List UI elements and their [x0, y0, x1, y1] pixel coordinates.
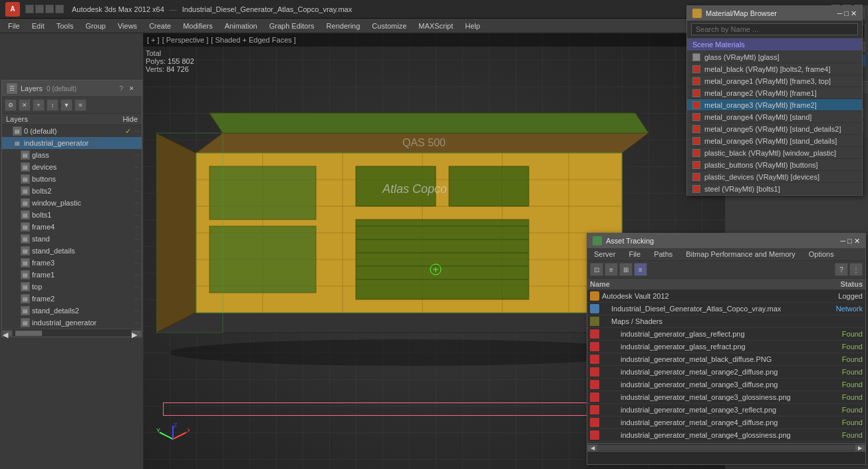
quick-save-icon[interactable] — [25, 5, 34, 13]
quick-undo-icon[interactable] — [35, 5, 44, 13]
asset-row-img-5[interactable]: industrial_generator_metal_orange3_diffu… — [587, 379, 865, 391]
layer-panel-close-button[interactable]: ✕ — [126, 82, 138, 94]
layer-horizontal-scrollbar[interactable]: ◀ ▶ — [2, 329, 142, 337]
mat-browser-minimize[interactable]: ─ — [837, 9, 843, 18]
asset-row-img-2[interactable]: industrial_generator_glass_refract.png F… — [587, 341, 865, 353]
asset-scroll-left[interactable]: ◀ — [587, 444, 598, 451]
menu-rendering[interactable]: Rendering — [321, 21, 366, 31]
asset-menu-paths[interactable]: Paths — [647, 248, 679, 260]
layer-item-bolts2[interactable]: ▤ bolts2 ··· — [2, 185, 142, 197]
layer-item-stand-details2[interactable]: ▤ stand_details2 ··· — [2, 305, 142, 317]
asset-row-img-1[interactable]: industrial_generator_glass_reflect.png F… — [587, 328, 865, 341]
layer-filter-icon[interactable]: ▼ — [61, 99, 72, 111]
mat-metal-orange3[interactable]: metal_orange3 (VRayMtl) [frame2] — [687, 99, 862, 111]
asset-tool-extra[interactable]: ⋮ — [849, 263, 863, 276]
layer-item-frame2[interactable]: ▤ frame2 ··· — [2, 293, 142, 305]
mat-plastic-devices[interactable]: plastic_devices (VRayMtl) [devices] — [687, 171, 862, 183]
layer-item-stand[interactable]: ▤ stand ··· — [2, 233, 142, 245]
asset-horizontal-scrollbar[interactable]: ◀ ▶ — [587, 443, 865, 451]
menu-graph-editors[interactable]: Graph Editors — [264, 21, 320, 31]
menu-group[interactable]: Group — [80, 21, 111, 31]
menu-create[interactable]: Create — [144, 21, 176, 31]
menu-customize[interactable]: Customize — [366, 21, 412, 31]
layer-all-icon[interactable]: ≡ — [74, 99, 86, 111]
mat-browser-close[interactable]: ✕ — [851, 9, 857, 18]
mat-glass[interactable]: glass (VRayMtl) [glass] — [687, 51, 862, 63]
mat-plastic-black[interactable]: plastic_black (VRayMtl) [window_plastic] — [687, 147, 862, 159]
asset-tool-4[interactable]: ≡ — [634, 263, 647, 276]
layer-item-glass[interactable]: ▤ glass ··· — [2, 149, 142, 161]
asset-tool-2[interactable]: ≡ — [605, 263, 618, 276]
img-status-1: Found — [816, 330, 863, 338]
mat-plastic-buttons[interactable]: plastic_buttons (VRayMtl) [buttons] — [687, 159, 862, 171]
scroll-thumb[interactable] — [15, 331, 42, 336]
asset-close[interactable]: ✕ — [854, 237, 860, 245]
material-browser-titlebar[interactable]: Material/Map Browser ─ □ ✕ — [687, 6, 862, 21]
asset-row-img-6[interactable]: industrial_generator_metal_orange3_gloss… — [587, 391, 865, 404]
mat-metal-orange2[interactable]: metal_orange2 (VRayMtl) [frame1] — [687, 87, 862, 99]
layer-item-frame3[interactable]: ▤ frame3 ··· — [2, 257, 142, 269]
mat-metal-black[interactable]: metal_black (VRayMtl) [bolts2, frame4] — [687, 63, 862, 75]
mat-metal-orange4[interactable]: metal_orange4 (VRayMtl) [stand] — [687, 111, 862, 123]
menu-help[interactable]: Help — [460, 21, 486, 31]
asset-menu-bitmap-perf[interactable]: Bitmap Performance and Memory — [679, 248, 801, 260]
menu-maxscript[interactable]: MAXScript — [413, 21, 458, 31]
asset-tracking-titlebar[interactable]: Asset Tracking ─ □ ✕ — [587, 234, 865, 248]
asset-row-img-7[interactable]: industrial_generator_metal_orange3_refle… — [587, 404, 865, 416]
quick-open-icon[interactable] — [55, 5, 64, 13]
layer-name-glass: glass — [32, 151, 49, 159]
layer-item-bolts1[interactable]: ▤ bolts1 ··· — [2, 209, 142, 221]
asset-tool-1[interactable]: ⊡ — [590, 263, 603, 276]
menu-tools[interactable]: Tools — [51, 21, 79, 31]
asset-scroll-right[interactable]: ▶ — [855, 444, 865, 451]
scroll-right-icon[interactable]: ▶ — [131, 330, 142, 337]
material-search-input[interactable] — [691, 23, 858, 35]
mat-metal-orange1[interactable]: metal_orange1 (VRayMtl) [frame3, top] — [687, 75, 862, 87]
quick-access-toolbar[interactable] — [25, 5, 64, 13]
asset-tool-3[interactable]: ⊞ — [619, 263, 633, 276]
layer-checkbox-indgen[interactable] — [90, 139, 98, 147]
quick-redo-icon[interactable] — [45, 5, 54, 13]
mat-browser-maximize[interactable]: □ — [844, 9, 849, 18]
layer-add-icon[interactable]: + — [33, 99, 45, 111]
asset-row-img-4[interactable]: industrial_generator_metal_orange2_diffu… — [587, 366, 865, 379]
layer-item-stand-details[interactable]: ▤ stand_details ··· — [2, 245, 142, 257]
layer-settings-icon[interactable]: ⚙ — [5, 99, 17, 111]
asset-menu-file[interactable]: File — [622, 248, 647, 260]
asset-row-img-3[interactable]: industrial_generator_metal_black_diffuse… — [587, 353, 865, 366]
asset-path-field[interactable] — [587, 452, 865, 464]
layer-item-buttons[interactable]: ▤ buttons ··· — [2, 173, 142, 185]
layer-item-default[interactable]: ▤ 0 (default) ✓ ··· — [2, 125, 142, 137]
layer-item-window-plastic[interactable]: ▤ window_plastic ··· — [2, 197, 142, 209]
mat-metal-orange5[interactable]: metal_orange5 (VRayMtl) [stand_details2] — [687, 123, 862, 135]
asset-minimize[interactable]: ─ — [841, 237, 846, 245]
viewport-view: [ Perspective ] — [162, 36, 209, 44]
asset-row-img-9[interactable]: industrial_generator_metal_orange4_gloss… — [587, 429, 865, 442]
layer-move-icon[interactable]: ↕ — [47, 99, 59, 111]
asset-menu-server[interactable]: Server — [587, 248, 622, 260]
layer-item-top[interactable]: ▤ top ··· — [2, 281, 142, 293]
asset-path-input[interactable] — [587, 451, 865, 464]
asset-tool-help[interactable]: ? — [835, 263, 848, 276]
asset-menu-options[interactable]: Options — [802, 248, 841, 260]
menu-modifiers[interactable]: Modifiers — [178, 21, 218, 31]
asset-maximize[interactable]: □ — [847, 237, 852, 245]
asset-row-vault[interactable]: Autodesk Vault 2012 Logged — [587, 290, 865, 303]
menu-views[interactable]: Views — [112, 21, 142, 31]
menu-animation[interactable]: Animation — [219, 21, 263, 31]
menu-edit[interactable]: Edit — [27, 21, 50, 31]
layer-item-frame1[interactable]: ▤ frame1 ··· — [2, 269, 142, 281]
mat-metal-orange6[interactable]: metal_orange6 (VRayMtl) [stand_details] — [687, 135, 862, 147]
mat-steel[interactable]: steel (VRayMtl) [bolts1] — [687, 183, 862, 195]
layer-delete-icon[interactable]: ✕ — [19, 99, 31, 111]
scroll-left-icon[interactable]: ◀ — [2, 330, 13, 337]
asset-scroll-track[interactable] — [598, 445, 855, 450]
layer-item-indgen2[interactable]: ▤ industrial_generator ··· — [2, 317, 142, 329]
layer-item-frame4[interactable]: ▤ frame4 ··· — [2, 221, 142, 233]
asset-row-img-8[interactable]: industrial_generator_metal_orange4_diffu… — [587, 416, 865, 429]
layer-item-indgen[interactable]: ▤ industrial_generator ··· — [2, 137, 142, 149]
layer-item-devices[interactable]: ▤ devices ··· — [2, 161, 142, 173]
asset-row-maps-folder[interactable]: Maps / Shaders — [587, 315, 865, 328]
asset-row-maxfile[interactable]: Industrial_Diesel_Generator_Atlas_Copco_… — [587, 303, 865, 315]
menu-file[interactable]: File — [3, 21, 25, 31]
